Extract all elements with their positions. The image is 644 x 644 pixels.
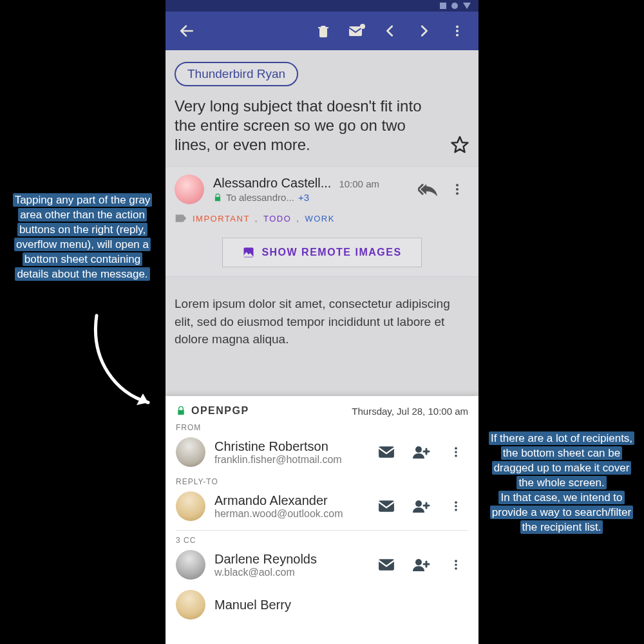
contact-row[interactable]: Darlene Reynolds w.black@aol.com <box>176 545 468 585</box>
status-triangle-icon <box>463 3 471 9</box>
tag-work[interactable]: WORK <box>305 214 334 223</box>
svg-point-14 <box>455 451 457 453</box>
sender-time: 10:00 am <box>339 178 379 189</box>
message-content: Thunderbird Ryan Very long subject that … <box>166 50 478 348</box>
contact-row[interactable]: Christine Robertson franklin.fisher@hotm… <box>176 432 468 472</box>
svg-point-17 <box>415 500 422 507</box>
svg-point-22 <box>415 559 422 565</box>
svg-point-7 <box>456 184 459 187</box>
encryption-label: OPENPGP <box>191 405 249 417</box>
contact-name: Manuel Berry <box>214 598 468 612</box>
svg-point-13 <box>455 447 457 450</box>
show-remote-images-button[interactable]: SHOW REMOTE IMAGES <box>222 238 422 267</box>
svg-point-20 <box>455 509 457 511</box>
svg-point-9 <box>456 192 459 194</box>
avatar[interactable] <box>176 437 205 467</box>
svg-marker-6 <box>452 137 468 153</box>
contact-row[interactable]: Armando Alexander herman.wood@outlook.co… <box>176 486 468 526</box>
svg-point-5 <box>456 33 459 36</box>
svg-point-25 <box>455 567 457 570</box>
tag-todo[interactable]: TODO <box>263 214 291 223</box>
message-header-card[interactable]: Alessandro Castell... 10:00 am To alessa… <box>166 166 478 277</box>
prev-message-button[interactable] <box>378 19 402 43</box>
reply-all-button[interactable] <box>417 177 441 202</box>
contact-row[interactable]: Manuel Berry <box>176 585 468 620</box>
section-divider <box>176 530 468 531</box>
contact-name: Christine Robertson <box>214 439 365 454</box>
details-bottom-sheet[interactable]: OPENPGP Thursday, Jul 28, 10:00 am FROM … <box>166 396 478 644</box>
phone-frame: Thunderbird Ryan Very long subject that … <box>166 0 478 644</box>
svg-rect-1 <box>349 26 362 36</box>
svg-point-12 <box>415 446 422 453</box>
replyto-section-label: REPLY-TO <box>176 477 468 486</box>
overflow-menu-button[interactable] <box>445 19 469 43</box>
from-section-label: FROM <box>176 423 468 432</box>
tag-important[interactable]: IMPORTANT <box>193 214 250 223</box>
status-bar <box>166 0 478 12</box>
contact-email: w.black@aol.com <box>214 567 365 578</box>
compose-to-contact-button[interactable] <box>374 494 399 518</box>
svg-point-4 <box>456 30 459 32</box>
add-contact-button[interactable] <box>409 440 433 464</box>
avatar[interactable] <box>176 550 205 580</box>
mark-unread-button[interactable] <box>345 19 369 43</box>
svg-rect-11 <box>379 446 394 457</box>
contact-overflow-button[interactable] <box>444 440 468 464</box>
delete-button[interactable] <box>311 19 336 43</box>
image-icon <box>242 246 255 259</box>
annotation-arrow-icon <box>77 309 167 412</box>
message-overflow-button[interactable] <box>445 177 469 202</box>
recipients-summary: To alessandro... <box>226 192 294 203</box>
avatar[interactable] <box>176 590 205 620</box>
sender-name: Alessandro Castell... <box>213 176 331 191</box>
lock-icon <box>213 193 222 203</box>
svg-point-2 <box>360 24 365 29</box>
annotation-right: If there are a lot of recipients, the bo… <box>487 431 636 535</box>
contact-email: franklin.fisher@hotmail.com <box>214 454 365 466</box>
contact-email: herman.wood@outlook.com <box>214 508 365 520</box>
recipients-more[interactable]: +3 <box>298 192 309 203</box>
annotation-left: Tapping any part of the gray area other … <box>8 193 157 282</box>
lock-icon <box>176 405 186 417</box>
next-message-button[interactable] <box>412 19 436 43</box>
contact-name: Armando Alexander <box>214 493 365 508</box>
status-dot-icon <box>451 3 458 9</box>
tag-icon <box>175 213 187 223</box>
back-button[interactable] <box>175 19 199 43</box>
app-bar <box>166 12 478 50</box>
message-body: Lorem ipsum dolor sit amet, consectetur … <box>175 295 469 348</box>
svg-rect-16 <box>379 500 394 511</box>
svg-point-19 <box>455 505 457 507</box>
cc-section-label: 3 CC <box>176 536 468 545</box>
contact-overflow-button[interactable] <box>444 494 468 518</box>
svg-point-23 <box>455 560 457 562</box>
svg-rect-21 <box>379 559 394 570</box>
svg-point-3 <box>456 26 459 28</box>
account-chip[interactable]: Thunderbird Ryan <box>175 62 298 86</box>
svg-point-8 <box>456 188 459 191</box>
full-date: Thursday, Jul 28, 10:00 am <box>352 406 468 417</box>
contact-name: Darlene Reynolds <box>214 552 365 567</box>
avatar[interactable] <box>176 491 205 521</box>
svg-point-24 <box>455 564 457 566</box>
sender-avatar[interactable] <box>175 175 204 204</box>
subject-text: Very long subject that doesn't fit into … <box>175 97 442 155</box>
status-square-icon <box>440 3 446 9</box>
show-remote-images-label: SHOW REMOTE IMAGES <box>261 247 401 258</box>
svg-point-15 <box>455 455 457 457</box>
add-contact-button[interactable] <box>409 553 433 577</box>
contact-overflow-button[interactable] <box>444 553 468 577</box>
tags-row: IMPORTANT, TODO, WORK <box>175 213 469 223</box>
compose-to-contact-button[interactable] <box>374 553 399 577</box>
add-contact-button[interactable] <box>409 494 433 518</box>
svg-point-18 <box>455 501 457 504</box>
compose-to-contact-button[interactable] <box>374 440 399 464</box>
star-button[interactable] <box>450 135 469 155</box>
